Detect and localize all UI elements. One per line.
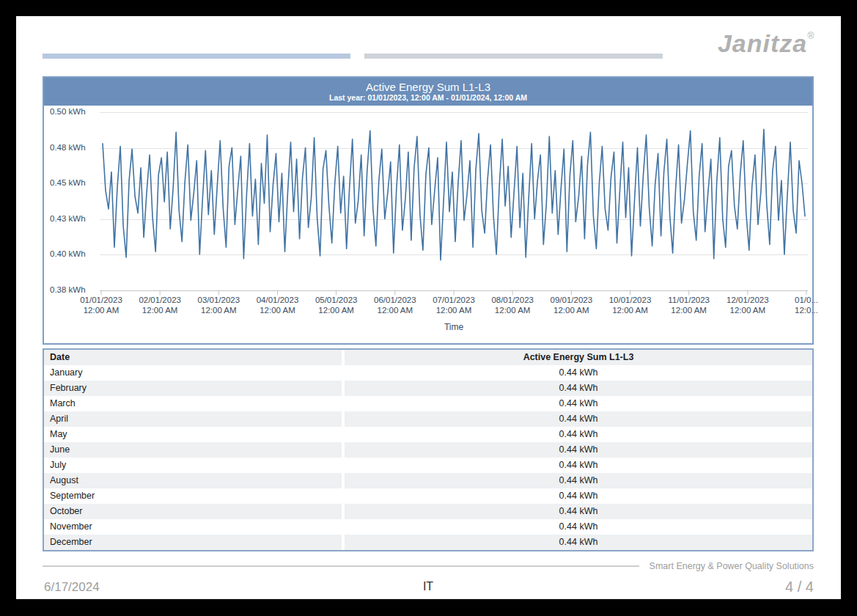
x-axis-tick-label: 10/01/202312:00 AM	[600, 295, 661, 315]
x-tick-time: 12:00 AM	[482, 305, 543, 315]
table-row: April0.44 kWh	[44, 411, 812, 427]
chart-line-svg	[100, 112, 808, 297]
energy-value-cell: 0.44 kWh	[345, 519, 812, 535]
table-row: March0.44 kWh	[44, 396, 812, 411]
month-cell: August	[44, 473, 342, 488]
footer: 6/17/2024 IT 4 / 4	[43, 577, 814, 598]
table-row: February0.44 kWh	[44, 381, 812, 396]
month-cell: May	[44, 427, 342, 442]
energy-value-cell: 0.44 kWh	[345, 365, 812, 381]
x-axis-tick-label: 12/01/202312:00 AM	[717, 295, 779, 315]
month-cell: June	[44, 442, 342, 458]
x-axis-tick-label: 06/01/202312:00 AM	[364, 295, 426, 315]
x-tick-date: 01/01/2023	[70, 295, 132, 305]
energy-value-cell: 0.44 kWh	[345, 396, 812, 411]
table-row: October0.44 kWh	[44, 504, 812, 519]
x-axis-tick-label: 08/01/202312:00 AM	[482, 295, 543, 315]
table-header-value: Active Energy Sum L1-L3	[345, 350, 812, 365]
energy-value-cell: 0.44 kWh	[345, 442, 812, 458]
x-tick-time: 12:00 AM	[717, 305, 779, 315]
x-tick-time: 12:00 AM	[70, 305, 132, 315]
month-cell: November	[44, 519, 342, 535]
energy-value-cell: 0.44 kWh	[345, 411, 812, 427]
month-cell: September	[44, 488, 342, 504]
energy-value-cell: 0.44 kWh	[345, 504, 812, 519]
footer-page-number: 4 / 4	[785, 579, 814, 595]
table-row: August0.44 kWh	[44, 473, 812, 488]
x-axis-tick-label: 11/01/202312:00 AM	[658, 295, 720, 315]
chart-line	[103, 129, 805, 260]
x-tick-time: 12:00 AM	[423, 305, 485, 315]
table-row: June0.44 kWh	[44, 442, 812, 458]
energy-value-cell: 0.44 kWh	[345, 427, 812, 442]
table-row: January0.44 kWh	[44, 365, 812, 381]
y-axis-tick-label: 0.48 kWh	[50, 143, 85, 152]
x-axis-title: Time	[100, 322, 808, 332]
decor-bar-blue	[43, 54, 350, 59]
x-tick-date: 08/01/2023	[482, 295, 543, 305]
x-tick-time: 12:00 AM	[658, 305, 720, 315]
x-axis-tick-label: 04/01/202312:00 AM	[247, 295, 309, 315]
x-tick-time: 12:00 AM	[540, 305, 602, 315]
y-axis-tick-label: 0.38 kWh	[50, 285, 85, 294]
footer-report-name: IT	[43, 580, 814, 593]
x-tick-date: 02/01/2023	[129, 295, 191, 305]
table-row: May0.44 kWh	[44, 427, 812, 442]
table-row: July0.44 kWh	[44, 458, 812, 473]
month-cell: March	[44, 396, 342, 411]
y-axis-tick-label: 0.40 kWh	[50, 249, 85, 258]
x-tick-date: 12/01/2023	[717, 295, 779, 305]
table-row: November0.44 kWh	[44, 519, 812, 535]
x-axis-tick-label: 02/01/202312:00 AM	[129, 295, 191, 315]
x-tick-time: 12:00 AM	[364, 305, 426, 315]
chart-plot-area: Time 0.50 kWh0.48 kWh0.45 kWh0.43 kWh0.4…	[44, 106, 812, 343]
x-tick-time: 12:00 AM	[306, 305, 367, 315]
energy-value-cell: 0.44 kWh	[345, 535, 812, 550]
month-cell: April	[44, 411, 342, 427]
chart-title: Active Energy Sum L1-L3	[44, 78, 812, 93]
footer-divider	[43, 565, 639, 567]
report-page: Janitza® Active Energy Sum L1-L3 Last ye…	[16, 16, 841, 599]
chart-panel: Active Energy Sum L1-L3 Last year: 01/01…	[43, 76, 814, 345]
energy-value-cell: 0.44 kWh	[345, 458, 812, 473]
registered-mark-icon: ®	[807, 31, 814, 41]
month-cell: July	[44, 458, 342, 473]
month-cell: January	[44, 365, 342, 381]
energy-value-cell: 0.44 kWh	[345, 381, 812, 396]
x-tick-date: 09/01/2023	[540, 295, 602, 305]
x-axis-tick-label: 01/0...12:0...	[776, 295, 837, 315]
page-frame: Janitza® Active Energy Sum L1-L3 Last ye…	[0, 0, 857, 616]
y-axis-tick-label: 0.45 kWh	[50, 178, 85, 187]
monthly-table: Date Active Energy Sum L1-L3 January0.44…	[43, 348, 814, 551]
table-row: September0.44 kWh	[44, 488, 812, 504]
chart-subtitle: Last year: 01/01/2023, 12:00 AM - 01/01/…	[44, 93, 812, 103]
table-row: December0.44 kWh	[44, 535, 812, 550]
x-tick-time: 12:0...	[776, 305, 837, 315]
header-divider-bars	[43, 54, 814, 59]
x-tick-time: 12:00 AM	[247, 305, 309, 315]
footer-separator: Smart Energy & Power Quality Solutions	[43, 561, 814, 571]
x-tick-time: 12:00 AM	[600, 305, 661, 315]
brand-tagline: Smart Energy & Power Quality Solutions	[650, 561, 814, 571]
x-tick-date: 03/01/2023	[188, 295, 249, 305]
x-axis-tick-label: 07/01/202312:00 AM	[423, 295, 485, 315]
x-tick-date: 11/01/2023	[658, 295, 720, 305]
x-tick-date: 07/01/2023	[423, 295, 485, 305]
chart-header: Active Energy Sum L1-L3 Last year: 01/01…	[44, 78, 812, 106]
x-axis-tick-label: 09/01/202312:00 AM	[540, 295, 602, 315]
energy-value-cell: 0.44 kWh	[345, 473, 812, 488]
y-axis-tick-label: 0.50 kWh	[50, 107, 85, 116]
x-axis-tick-label: 05/01/202312:00 AM	[306, 295, 367, 315]
x-axis-tick-label: 03/01/202312:00 AM	[188, 295, 249, 315]
x-tick-date: 05/01/2023	[306, 295, 367, 305]
table-header-date: Date	[44, 350, 342, 365]
x-tick-time: 12:00 AM	[188, 305, 249, 315]
x-tick-date: 06/01/2023	[364, 295, 426, 305]
x-axis-tick-label: 01/01/202312:00 AM	[70, 295, 132, 315]
x-tick-date: 10/01/2023	[600, 295, 661, 305]
decor-bar-gray	[364, 54, 663, 59]
y-axis-tick-label: 0.43 kWh	[50, 214, 85, 223]
x-tick-date: 04/01/2023	[247, 295, 309, 305]
brand-header: Janitza®	[43, 16, 814, 48]
energy-value-cell: 0.44 kWh	[345, 488, 812, 504]
